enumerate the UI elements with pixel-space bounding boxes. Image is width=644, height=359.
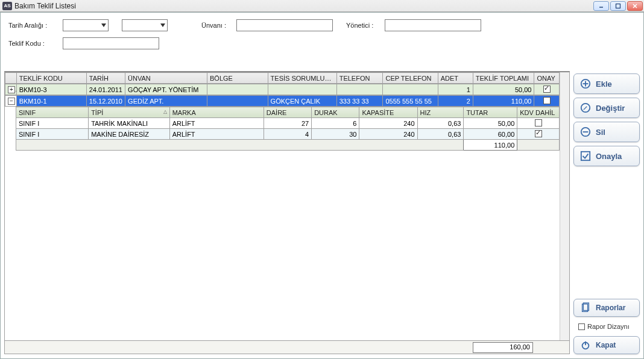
grand-total: 160,00 bbox=[473, 342, 533, 353]
onayla-button[interactable]: Onayla bbox=[573, 146, 640, 166]
cell-tel bbox=[336, 84, 383, 95]
icell: ARLİFT bbox=[169, 118, 264, 129]
teklif-kodu-input[interactable] bbox=[63, 37, 159, 49]
cell-adet: 1 bbox=[438, 84, 473, 95]
yonetici-input[interactable] bbox=[385, 19, 481, 31]
table-row[interactable]: − BKM10-1 15.12.2010 GEDİZ APT. GÖKÇEN Ç… bbox=[5, 96, 560, 107]
cell-cep: 0555 555 55 55 bbox=[383, 96, 438, 107]
filter-bar: Tarih Aralığı : Ünvanı : Yönetici : Tekl… bbox=[1, 13, 643, 53]
icell-kdv[interactable] bbox=[517, 129, 560, 140]
cell-toplam: 110,00 bbox=[473, 96, 534, 107]
icol-hiz[interactable]: HIZ bbox=[417, 107, 464, 118]
icol-sinif[interactable]: SINIF bbox=[16, 107, 89, 118]
grid-panel[interactable]: TEKLİF KODU TARİH ÜNVAN BÖLGE TESİS SORU… bbox=[4, 71, 570, 341]
table-row[interactable]: SINIF I TAHRİK MAKİNALI ARLİFT 27 6 240 … bbox=[16, 118, 560, 129]
col-cep[interactable]: CEP TELEFON bbox=[383, 73, 438, 84]
icell: TAHRİK MAKİNALI bbox=[89, 118, 170, 129]
kapat-button[interactable]: Kapat bbox=[573, 336, 640, 354]
degistir-button[interactable]: Değiştir bbox=[573, 98, 640, 118]
expand-icon[interactable]: + bbox=[8, 86, 15, 93]
cell-tesis bbox=[268, 84, 336, 95]
icell-kdv[interactable] bbox=[517, 118, 560, 129]
cell-tarih: 24.01.2011 bbox=[86, 84, 125, 95]
col-toplam[interactable]: TEKLİF TOPLAMI bbox=[473, 73, 534, 84]
icell: 240 bbox=[359, 129, 417, 140]
col-unvan[interactable]: ÜNVAN bbox=[125, 73, 207, 84]
icol-kapasite[interactable]: KAPASİTE bbox=[359, 107, 417, 118]
checkbox-icon[interactable] bbox=[543, 86, 551, 93]
col-telefon[interactable]: TELEFON bbox=[336, 73, 383, 84]
sil-button[interactable]: Sil bbox=[573, 122, 640, 142]
checkbox-label: Rapor Dizaynı bbox=[587, 323, 630, 330]
inner-subtotal: 110,00 bbox=[464, 140, 517, 151]
button-label: Raporlar bbox=[596, 304, 625, 312]
date-from-combo[interactable] bbox=[63, 19, 109, 31]
cell-toplam: 50,00 bbox=[473, 84, 534, 95]
table-row[interactable]: SINIF I MAKİNE DAİRESİZ ARLİFT 4 30 240 … bbox=[16, 129, 560, 140]
col-tarih[interactable]: TARİH bbox=[86, 73, 125, 84]
icell: 30 bbox=[312, 129, 359, 140]
icell: SINIF I bbox=[16, 118, 89, 129]
inner-subtotal-row: 110,00 bbox=[16, 140, 560, 151]
icell: 50,00 bbox=[464, 118, 517, 129]
date-range-label: Tarih Aralığı : bbox=[8, 22, 58, 29]
plus-icon bbox=[580, 78, 591, 89]
button-label: Değiştir bbox=[596, 104, 625, 113]
icol-kdv[interactable]: KDV DAHİL bbox=[517, 107, 560, 118]
pencil-icon bbox=[580, 102, 591, 113]
icell: ARLİFT bbox=[169, 129, 264, 140]
checkbox-icon[interactable] bbox=[535, 130, 542, 137]
cell-kod: BKM10-1 bbox=[16, 96, 86, 107]
side-toolbar: Ekle Değiştir Sil Onayla Raporlar Ra bbox=[573, 71, 640, 354]
cell-adet: 2 bbox=[438, 96, 473, 107]
yonetici-label: Yönetici : bbox=[346, 22, 380, 29]
cell-onay[interactable] bbox=[534, 84, 560, 95]
ekle-button[interactable]: Ekle bbox=[573, 73, 640, 94]
col-adet[interactable]: ADET bbox=[438, 73, 473, 84]
col-expand[interactable] bbox=[5, 73, 17, 84]
svg-rect-1 bbox=[616, 4, 620, 8]
icol-tutar[interactable]: TUTAR bbox=[464, 107, 517, 118]
window-title: Bakım Teklif Listesi bbox=[14, 2, 76, 10]
rapor-dizayni-checkbox[interactable]: Rapor Dizaynı bbox=[578, 323, 640, 330]
checkbox-icon[interactable] bbox=[543, 97, 551, 104]
button-label: Kapat bbox=[596, 341, 616, 349]
minimize-button[interactable] bbox=[593, 1, 609, 11]
check-icon bbox=[580, 151, 591, 161]
col-bolge[interactable]: BÖLGE bbox=[207, 73, 268, 84]
vertical-scrollbar[interactable] bbox=[560, 72, 569, 340]
raporlar-button[interactable]: Raporlar bbox=[573, 299, 640, 317]
unvan-input[interactable] bbox=[236, 19, 333, 31]
icell: 6 bbox=[312, 118, 359, 129]
icol-daire[interactable]: DAİRE bbox=[264, 107, 311, 118]
icell: 4 bbox=[264, 129, 311, 140]
checkbox-icon[interactable] bbox=[578, 323, 585, 330]
date-to-combo[interactable] bbox=[122, 19, 168, 31]
maximize-button[interactable] bbox=[610, 1, 626, 11]
icol-tipi[interactable]: TİPİ△ bbox=[89, 107, 170, 118]
cell-bolge bbox=[207, 96, 268, 107]
button-label: Onayla bbox=[596, 152, 622, 161]
cell-tesis: GÖKÇEN ÇALIK bbox=[268, 96, 336, 107]
cell-onay[interactable] bbox=[534, 96, 560, 107]
table-row[interactable]: + BKM10-3 24.01.2011 GÖÇAY APT. YÖNETİM … bbox=[5, 84, 560, 95]
col-tesis[interactable]: TESİS SORUMLUSU bbox=[268, 73, 336, 84]
col-onay[interactable]: ONAY bbox=[534, 73, 560, 84]
icol-durak[interactable]: DURAK bbox=[312, 107, 359, 118]
icell: 27 bbox=[264, 118, 311, 129]
col-teklif-kodu[interactable]: TEKLİF KODU bbox=[16, 73, 86, 84]
close-button[interactable] bbox=[627, 1, 643, 11]
icell: 0,63 bbox=[417, 118, 464, 129]
icol-marka[interactable]: MARKA bbox=[169, 107, 264, 118]
icell: 240 bbox=[359, 118, 417, 129]
cell-kod: BKM10-3 bbox=[16, 84, 86, 95]
checkbox-icon[interactable] bbox=[535, 119, 542, 126]
unvan-label: Ünvanı : bbox=[201, 22, 232, 29]
cell-cep bbox=[383, 84, 438, 95]
cell-tarih: 15.12.2010 bbox=[86, 96, 125, 107]
cell-unvan: GEDİZ APT. bbox=[125, 96, 207, 107]
button-label: Ekle bbox=[596, 80, 612, 89]
collapse-icon[interactable]: − bbox=[8, 98, 15, 105]
icell: SINIF I bbox=[16, 129, 89, 140]
button-label: Sil bbox=[596, 128, 605, 137]
